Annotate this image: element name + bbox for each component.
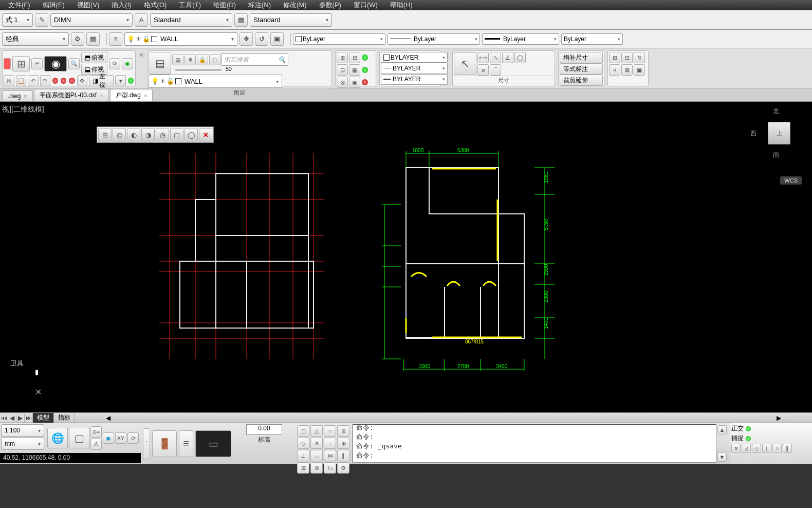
grid-d-icon[interactable]: ▦	[349, 64, 360, 76]
snap-none-icon[interactable]: ⊘	[310, 462, 323, 474]
compass-s[interactable]: 南	[750, 151, 802, 159]
copy-icon[interactable]: ⎘	[4, 75, 14, 86]
menu-help[interactable]: 帮助(H)	[384, 1, 419, 10]
layer-off-icon[interactable]: ◌	[209, 54, 220, 65]
st-d-icon[interactable]: ⊥	[762, 444, 771, 453]
workspace-combo[interactable]: 经典	[2, 32, 69, 46]
cmd-scroll-up-icon[interactable]: ▲	[717, 425, 727, 434]
world-icon[interactable]: ◉	[103, 432, 114, 444]
visual-style-icon[interactable]: ◉	[44, 56, 67, 71]
color-combo[interactable]: ByLayer	[293, 33, 385, 45]
scroll-left-icon[interactable]: ◀	[106, 414, 110, 422]
layer-states-icon[interactable]: ▤	[172, 54, 183, 65]
snap-set-icon[interactable]: ⚙	[337, 462, 349, 474]
ft-box-icon[interactable]: ▢	[170, 128, 183, 141]
wcs-label[interactable]: WCS	[780, 176, 802, 185]
dim-angular-icon[interactable]: ∠	[502, 52, 513, 63]
doc-tab-3[interactable]: 户型.dwg×	[110, 89, 153, 101]
transparency-slider[interactable]	[175, 69, 222, 71]
close-icon[interactable]: ×	[100, 93, 103, 99]
compass-w[interactable]: 西	[750, 129, 756, 138]
preview-icon[interactable]: ▭	[195, 430, 231, 457]
zoom-icon[interactable]: 🔍	[68, 58, 80, 69]
menu-view[interactable]: 视图(V)	[71, 1, 105, 10]
elevation-input[interactable]: 0.00	[246, 424, 282, 434]
xy-icon[interactable]: XY	[115, 432, 126, 444]
redo-icon[interactable]: ↷	[40, 75, 51, 86]
grip-icon[interactable]: ⋮	[143, 428, 150, 459]
scale-combo[interactable]: 1:100	[1, 424, 44, 437]
view-top-button[interactable]: ⬒俯视	[81, 52, 107, 63]
scroll-right-icon[interactable]: ▶	[777, 414, 781, 422]
layer-match-icon[interactable]: ✥	[239, 32, 253, 46]
record-dot-icon[interactable]	[52, 78, 58, 84]
dim-aligned-icon[interactable]: ⤡	[490, 52, 501, 63]
ortho-led-icon[interactable]	[746, 426, 751, 431]
snap-label[interactable]: 捕捉	[731, 434, 744, 443]
snap-end-icon[interactable]: ◻	[297, 425, 309, 437]
dim-trim-button[interactable]: 裁剪延伸	[560, 75, 603, 86]
hatch-list-icon[interactable]: ≡	[179, 430, 193, 457]
doc-tab-2[interactable]: 平面系统图PL-00.dxf×	[34, 89, 109, 101]
grid-c-icon[interactable]: ⊡	[337, 64, 348, 76]
grid-a-icon[interactable]: ⊞	[337, 52, 348, 63]
snap-int-icon[interactable]: ✕	[310, 438, 323, 449]
snap-ins-icon[interactable]: ⊞	[337, 438, 349, 449]
pencil-icon[interactable]: ✎	[35, 13, 48, 27]
ft-close-icon[interactable]: ✕	[199, 128, 212, 141]
text-style-combo-1[interactable]: Standard	[150, 13, 232, 27]
close-icon[interactable]: ×	[24, 93, 27, 99]
view-left-button[interactable]: ◨左视	[89, 75, 114, 86]
menu-format[interactable]: 格式(O)	[138, 1, 173, 10]
menu-insert[interactable]: 插入(I)	[105, 1, 137, 10]
viewport-icon[interactable]: ▢	[69, 428, 89, 448]
panel-close-icon[interactable]: ✕	[139, 50, 144, 59]
st-a-icon[interactable]: ✕	[731, 444, 741, 453]
snap-node-icon[interactable]: ⊗	[337, 425, 349, 437]
layer-ribbon-combo[interactable]: 💡 ☀ 🔓 WALL	[149, 75, 282, 88]
text-style-icon[interactable]: A	[135, 13, 148, 27]
nav-icon[interactable]: ◉	[122, 58, 133, 69]
st-e-icon[interactable]: ○	[772, 444, 782, 453]
bylayer-combo-3[interactable]: BYLAYER	[381, 74, 448, 85]
tab-last-icon[interactable]: ⏭	[25, 414, 33, 422]
menu-edit[interactable]: 编辑(E)	[36, 1, 71, 10]
layer-iso-icon[interactable]: ▣	[270, 32, 284, 46]
refresh-icon[interactable]: ⟳	[127, 432, 139, 444]
door-icon[interactable]: 🚪	[152, 430, 177, 457]
viewcube-icon[interactable]: ▾	[115, 75, 126, 86]
view-label[interactable]: 视][二维线框]	[2, 105, 44, 114]
snap-per-icon[interactable]: ⊥	[297, 450, 309, 461]
model-tab[interactable]: 模型	[33, 413, 54, 423]
st-b-icon[interactable]: ⊿	[742, 444, 751, 453]
ft-sub-icon[interactable]: ◑	[141, 128, 155, 141]
snap-qua-icon[interactable]: ◇	[297, 438, 309, 449]
snap-app-icon[interactable]: ⊠	[297, 462, 309, 474]
red-marker-icon[interactable]	[4, 58, 11, 69]
linetype-combo[interactable]: ByLayer	[387, 33, 480, 45]
snap-from-icon[interactable]: T≡	[324, 462, 336, 474]
layer-current-combo[interactable]: 💡 ☀ 🔓 WALL	[124, 32, 237, 46]
menu-window[interactable]: 窗口(W)	[347, 1, 384, 10]
snap-cen-icon[interactable]: ○	[324, 425, 336, 437]
undo-icon[interactable]: ↶	[28, 75, 39, 86]
cmd-scroll-down-icon[interactable]: ▼	[717, 452, 727, 462]
tool-b-icon[interactable]: ⊟	[621, 52, 633, 63]
grid-e-icon[interactable]: ⊠	[337, 77, 348, 88]
layer-freeze-icon[interactable]: ❄	[184, 54, 196, 65]
dim-supplement-button[interactable]: 增补尺寸	[560, 52, 603, 63]
a-italic-icon[interactable]: A	[90, 439, 102, 450]
tool-a-icon[interactable]: ⊞	[609, 52, 620, 63]
tool-d-icon[interactable]: ⌗	[609, 64, 620, 76]
ft-sphere-icon[interactable]: ◍	[113, 128, 126, 141]
paste-icon[interactable]: 📋	[16, 75, 27, 86]
bylayer-combo-1[interactable]: BYLAYER	[381, 52, 448, 63]
tool-f-icon[interactable]: ▣	[634, 64, 645, 76]
lineweight-combo[interactable]: ByLayer	[482, 33, 559, 45]
led-1-icon[interactable]	[362, 55, 368, 61]
ft-grid-icon[interactable]: ⊞	[98, 128, 112, 141]
ft-add-icon[interactable]: ◐	[127, 128, 140, 141]
layer-big-icon[interactable]: ▤	[149, 52, 171, 75]
tab-next-icon[interactable]: ▶	[16, 414, 25, 422]
drawing-canvas[interactable]: 视][二维线框] ⊞ ◍ ◐ ◑ ◷ ▢ ◯ ✕ 北 西 上 南 WCS	[0, 102, 812, 412]
